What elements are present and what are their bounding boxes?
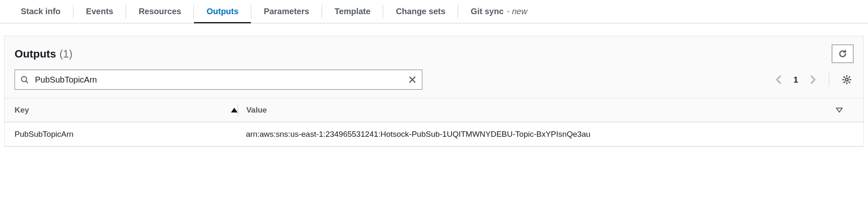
tab-label: Events — [86, 7, 114, 16]
panel-title-wrap: Outputs (1) — [15, 48, 72, 60]
panel-header: Outputs (1) — [5, 36, 863, 70]
tab-change-sets[interactable]: Change sets — [383, 0, 458, 23]
tab-badge-new: - new — [507, 7, 527, 16]
column-label: Key — [15, 105, 29, 115]
table-header: Key Value — [5, 98, 863, 122]
tabs-bar: Stack info Events Resources Outputs Para… — [0, 0, 868, 23]
panel-count: (1) — [60, 48, 73, 60]
page-next-button[interactable] — [808, 75, 818, 85]
tab-label: Resources — [139, 7, 181, 16]
search-input[interactable] — [15, 70, 422, 90]
panel-title: Outputs — [15, 48, 56, 60]
table-row: PubSubTopicArn arn:aws:sns:us-east-1:234… — [5, 122, 863, 146]
settings-button[interactable] — [840, 73, 853, 86]
tab-label: Stack info — [21, 7, 61, 16]
column-header-key[interactable]: Key — [13, 105, 238, 115]
tab-template[interactable]: Template — [322, 0, 383, 23]
tab-outputs[interactable]: Outputs — [194, 0, 251, 23]
outputs-panel: Outputs (1) — [4, 36, 864, 147]
tab-parameters[interactable]: Parameters — [251, 0, 322, 23]
page-number: 1 — [791, 75, 801, 85]
tab-events[interactable]: Events — [74, 0, 126, 23]
tab-label: Change sets — [396, 7, 445, 16]
gear-icon — [842, 75, 852, 85]
refresh-button[interactable] — [832, 45, 853, 63]
sort-asc-icon — [231, 108, 238, 113]
svg-point-1 — [846, 78, 848, 81]
tab-label: Template — [335, 7, 370, 16]
tab-label: Git sync — [471, 7, 503, 16]
pagination: 1 — [774, 73, 853, 86]
page-prev-button[interactable] — [774, 75, 784, 85]
column-divider — [238, 104, 238, 116]
pagination-divider — [829, 73, 829, 86]
cell-value: arn:aws:sns:us-east-1:234965531241:Hotso… — [238, 130, 855, 139]
clear-icon[interactable] — [408, 75, 417, 84]
column-label: Value — [246, 105, 267, 115]
tab-stack-info[interactable]: Stack info — [8, 0, 73, 23]
tab-git-sync[interactable]: Git sync - new — [458, 0, 540, 23]
tab-resources[interactable]: Resources — [126, 0, 193, 23]
tab-label: Parameters — [264, 7, 309, 16]
search-wrap — [15, 70, 422, 90]
tab-label: Outputs — [206, 7, 238, 16]
controls-row: 1 — [5, 70, 863, 98]
column-header-value[interactable]: Value — [246, 105, 855, 115]
sort-none-icon — [836, 108, 843, 113]
cell-key: PubSubTopicArn — [13, 130, 238, 139]
refresh-icon — [838, 49, 847, 58]
